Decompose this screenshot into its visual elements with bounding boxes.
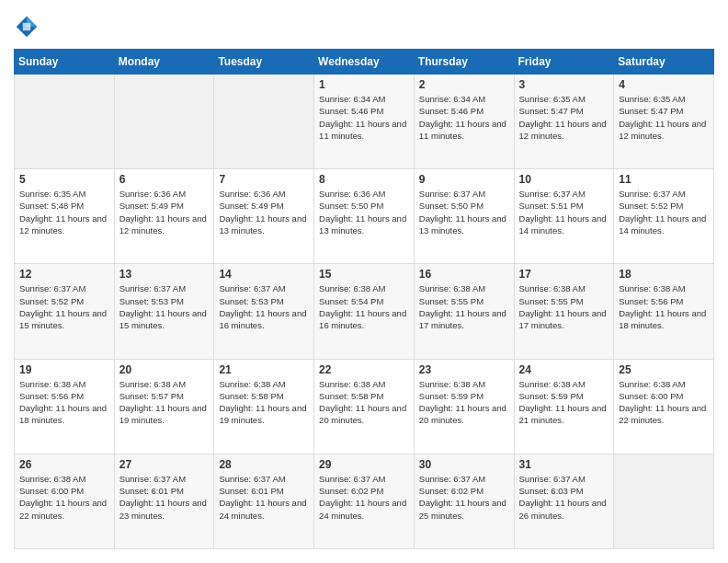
day-info: Sunrise: 6:37 AM Sunset: 5:51 PM Dayligh…: [519, 188, 609, 236]
day-number: 14: [219, 268, 309, 281]
header: [14, 14, 714, 40]
weekday-header-wednesday: Wednesday: [314, 50, 415, 75]
day-cell: 7Sunrise: 6:36 AM Sunset: 5:49 PM Daylig…: [214, 169, 314, 264]
day-number: 19: [19, 363, 109, 376]
day-info: Sunrise: 6:37 AM Sunset: 6:03 PM Dayligh…: [519, 473, 609, 522]
day-number: 18: [619, 268, 709, 281]
day-cell: 10Sunrise: 6:37 AM Sunset: 5:51 PM Dayli…: [514, 169, 614, 264]
day-cell: [114, 75, 214, 169]
day-number: 29: [319, 458, 409, 471]
day-cell: 27Sunrise: 6:37 AM Sunset: 6:01 PM Dayli…: [114, 454, 214, 548]
day-cell: 17Sunrise: 6:38 AM Sunset: 5:55 PM Dayli…: [514, 264, 614, 359]
day-cell: [614, 454, 714, 548]
day-cell: 25Sunrise: 6:38 AM Sunset: 6:00 PM Dayli…: [614, 359, 714, 454]
day-info: Sunrise: 6:35 AM Sunset: 5:47 PM Dayligh…: [519, 93, 609, 142]
day-number: 30: [419, 458, 509, 471]
day-info: Sunrise: 6:37 AM Sunset: 6:02 PM Dayligh…: [319, 473, 409, 522]
weekday-header-row: SundayMondayTuesdayWednesdayThursdayFrid…: [15, 50, 714, 75]
day-cell: 31Sunrise: 6:37 AM Sunset: 6:03 PM Dayli…: [514, 454, 614, 548]
day-info: Sunrise: 6:38 AM Sunset: 5:58 PM Dayligh…: [219, 378, 309, 427]
day-number: 13: [119, 268, 210, 281]
day-info: Sunrise: 6:37 AM Sunset: 5:52 PM Dayligh…: [19, 282, 109, 331]
day-info: Sunrise: 6:36 AM Sunset: 5:49 PM Dayligh…: [219, 188, 309, 236]
day-number: 17: [519, 268, 609, 281]
week-row-4: 19Sunrise: 6:38 AM Sunset: 5:56 PM Dayli…: [15, 359, 714, 454]
day-number: 12: [19, 268, 109, 281]
page: SundayMondayTuesdayWednesdayThursdayFrid…: [0, 0, 728, 563]
weekday-header-monday: Monday: [114, 50, 214, 75]
week-row-5: 26Sunrise: 6:38 AM Sunset: 6:00 PM Dayli…: [15, 454, 714, 548]
logo-icon: [14, 14, 40, 40]
day-cell: 2Sunrise: 6:34 AM Sunset: 5:46 PM Daylig…: [414, 75, 514, 169]
day-number: 7: [219, 173, 309, 186]
day-number: 1: [319, 78, 409, 91]
day-cell: 23Sunrise: 6:38 AM Sunset: 5:59 PM Dayli…: [414, 359, 514, 454]
day-cell: [15, 75, 115, 169]
day-cell: 26Sunrise: 6:38 AM Sunset: 6:00 PM Dayli…: [15, 454, 115, 548]
day-info: Sunrise: 6:37 AM Sunset: 5:53 PM Dayligh…: [219, 282, 309, 331]
day-info: Sunrise: 6:38 AM Sunset: 5:54 PM Dayligh…: [319, 282, 409, 331]
day-info: Sunrise: 6:37 AM Sunset: 6:01 PM Dayligh…: [219, 473, 309, 522]
weekday-header-thursday: Thursday: [414, 50, 514, 75]
day-info: Sunrise: 6:38 AM Sunset: 6:00 PM Dayligh…: [619, 378, 709, 427]
day-cell: 24Sunrise: 6:38 AM Sunset: 5:59 PM Dayli…: [514, 359, 614, 454]
day-number: 27: [119, 458, 210, 471]
day-cell: 14Sunrise: 6:37 AM Sunset: 5:53 PM Dayli…: [214, 264, 314, 359]
day-number: 20: [119, 363, 210, 376]
day-cell: 11Sunrise: 6:37 AM Sunset: 5:52 PM Dayli…: [614, 169, 714, 264]
day-cell: 5Sunrise: 6:35 AM Sunset: 5:48 PM Daylig…: [15, 169, 115, 264]
weekday-header-saturday: Saturday: [614, 50, 714, 75]
day-info: Sunrise: 6:38 AM Sunset: 6:00 PM Dayligh…: [19, 473, 109, 522]
weekday-header-tuesday: Tuesday: [214, 50, 314, 75]
day-cell: 19Sunrise: 6:38 AM Sunset: 5:56 PM Dayli…: [15, 359, 115, 454]
weekday-header-sunday: Sunday: [15, 50, 115, 75]
day-number: 6: [119, 173, 210, 186]
day-number: 26: [19, 458, 109, 471]
week-row-3: 12Sunrise: 6:37 AM Sunset: 5:52 PM Dayli…: [15, 264, 714, 359]
day-cell: 1Sunrise: 6:34 AM Sunset: 5:46 PM Daylig…: [314, 75, 415, 169]
day-number: 10: [519, 173, 609, 186]
day-cell: 6Sunrise: 6:36 AM Sunset: 5:49 PM Daylig…: [114, 169, 214, 264]
day-cell: [214, 75, 314, 169]
day-info: Sunrise: 6:38 AM Sunset: 5:58 PM Dayligh…: [319, 378, 409, 427]
day-cell: 28Sunrise: 6:37 AM Sunset: 6:01 PM Dayli…: [214, 454, 314, 548]
day-cell: 30Sunrise: 6:37 AM Sunset: 6:02 PM Dayli…: [414, 454, 514, 548]
week-row-2: 5Sunrise: 6:35 AM Sunset: 5:48 PM Daylig…: [15, 169, 714, 264]
day-info: Sunrise: 6:34 AM Sunset: 5:46 PM Dayligh…: [319, 93, 409, 142]
day-number: 8: [319, 173, 409, 186]
day-number: 28: [219, 458, 309, 471]
day-info: Sunrise: 6:38 AM Sunset: 5:56 PM Dayligh…: [619, 282, 709, 331]
day-cell: 16Sunrise: 6:38 AM Sunset: 5:55 PM Dayli…: [414, 264, 514, 359]
day-number: 22: [319, 363, 409, 376]
day-cell: 18Sunrise: 6:38 AM Sunset: 5:56 PM Dayli…: [614, 264, 714, 359]
day-info: Sunrise: 6:38 AM Sunset: 5:56 PM Dayligh…: [19, 378, 109, 427]
day-number: 23: [419, 363, 509, 376]
day-number: 3: [519, 78, 609, 91]
day-info: Sunrise: 6:38 AM Sunset: 5:59 PM Dayligh…: [419, 378, 509, 427]
day-number: 2: [419, 78, 509, 91]
day-cell: 20Sunrise: 6:38 AM Sunset: 5:57 PM Dayli…: [114, 359, 214, 454]
day-info: Sunrise: 6:38 AM Sunset: 5:59 PM Dayligh…: [519, 378, 609, 427]
day-number: 15: [319, 268, 409, 281]
day-info: Sunrise: 6:35 AM Sunset: 5:48 PM Dayligh…: [19, 188, 109, 236]
day-cell: 29Sunrise: 6:37 AM Sunset: 6:02 PM Dayli…: [314, 454, 415, 548]
day-number: 24: [519, 363, 609, 376]
day-number: 16: [419, 268, 509, 281]
day-info: Sunrise: 6:37 AM Sunset: 6:02 PM Dayligh…: [419, 473, 509, 522]
day-cell: 4Sunrise: 6:35 AM Sunset: 5:47 PM Daylig…: [614, 75, 714, 169]
day-info: Sunrise: 6:38 AM Sunset: 5:55 PM Dayligh…: [519, 282, 609, 331]
day-cell: 22Sunrise: 6:38 AM Sunset: 5:58 PM Dayli…: [314, 359, 415, 454]
weekday-header-friday: Friday: [514, 50, 614, 75]
day-cell: 12Sunrise: 6:37 AM Sunset: 5:52 PM Dayli…: [15, 264, 115, 359]
day-number: 4: [619, 78, 709, 91]
day-info: Sunrise: 6:34 AM Sunset: 5:46 PM Dayligh…: [419, 93, 509, 142]
day-cell: 9Sunrise: 6:37 AM Sunset: 5:50 PM Daylig…: [414, 169, 514, 264]
day-number: 9: [419, 173, 509, 186]
svg-rect-2: [23, 23, 30, 30]
day-number: 21: [219, 363, 309, 376]
day-info: Sunrise: 6:37 AM Sunset: 5:52 PM Dayligh…: [619, 188, 709, 236]
day-info: Sunrise: 6:36 AM Sunset: 5:49 PM Dayligh…: [119, 188, 210, 236]
day-cell: 13Sunrise: 6:37 AM Sunset: 5:53 PM Dayli…: [114, 264, 214, 359]
day-info: Sunrise: 6:38 AM Sunset: 5:57 PM Dayligh…: [119, 378, 210, 427]
logo: [14, 14, 43, 40]
